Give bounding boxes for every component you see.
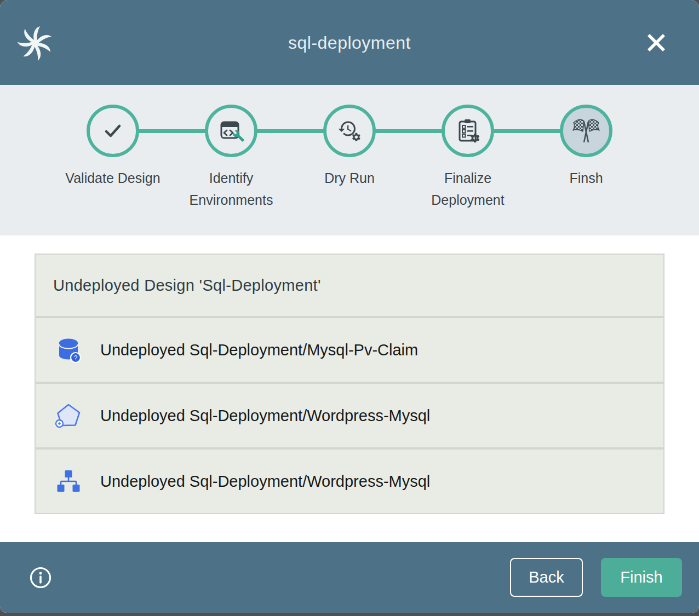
info-icon <box>29 566 52 589</box>
history-gear-icon <box>336 118 363 144</box>
step-finish: Finsh <box>527 105 645 211</box>
result-row: ? Undeployed Sql-Deployment/Mysql-Pv-Cla… <box>36 316 663 382</box>
step-validate-design: Validate Design <box>54 105 172 211</box>
result-row-text: Undeployed Sql-Deployment/Mysql-Pv-Claim <box>100 341 418 359</box>
page-title: sql-deployment <box>0 33 699 53</box>
database-icon: ? <box>55 336 82 364</box>
result-row-text: Undeployed Sql-Deployment/Wordpress-Mysq… <box>100 407 430 425</box>
step-identify-environments: Identify Environments <box>172 105 290 211</box>
step-label: Finsh <box>569 167 603 189</box>
result-row: Undeployed Sql-Deployment/Wordpress-Mysq… <box>36 382 663 447</box>
step-label: Identify Environments <box>184 167 279 211</box>
step-label: Dry Run <box>324 167 375 189</box>
result-summary-text: Undeployed Design 'Sql-Deployment' <box>53 277 321 295</box>
modal-footer: Back Finish <box>0 542 699 613</box>
modal-header: sql-deployment <box>0 0 699 85</box>
pentagon-icon <box>54 401 83 430</box>
step-label: Validate Design <box>65 167 160 189</box>
hierarchy-icon <box>55 468 82 494</box>
results-list: Undeployed Design 'Sql-Deployment' ? Und… <box>35 254 664 514</box>
results-panel: Undeployed Design 'Sql-Deployment' ? Und… <box>0 235 699 542</box>
deployment-wizard-modal: sql-deployment Validate Design <box>0 0 699 613</box>
close-button[interactable] <box>643 30 669 56</box>
result-row: Undeployed Sql-Deployment/Wordpress-Mysq… <box>36 447 663 513</box>
check-icon <box>100 118 126 144</box>
result-row-text: Undeployed Sql-Deployment/Wordpress-Mysq… <box>100 473 430 491</box>
finish-flags-icon <box>571 116 601 146</box>
step-finalize-deployment: Finalize Deployment <box>409 105 527 211</box>
info-button[interactable] <box>28 566 53 590</box>
wizard-stepper: Validate Design Identify Environments <box>0 85 699 235</box>
back-button[interactable]: Back <box>510 558 583 597</box>
code-wrench-icon <box>217 118 245 144</box>
clipboard-gear-icon <box>455 118 481 144</box>
svg-text:?: ? <box>74 354 78 362</box>
finish-button[interactable]: Finish <box>601 558 682 597</box>
step-dry-run: Dry Run <box>290 105 409 211</box>
result-summary-row: Undeployed Design 'Sql-Deployment' <box>36 255 663 316</box>
step-label: Finalize Deployment <box>420 167 516 211</box>
close-icon <box>645 32 667 54</box>
